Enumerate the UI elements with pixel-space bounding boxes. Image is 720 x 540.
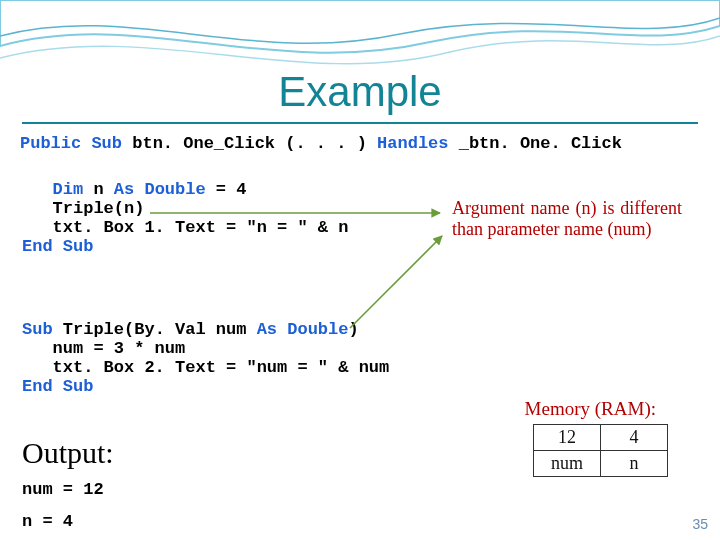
memory-cell-name: num (534, 451, 601, 477)
svg-line-1 (350, 236, 442, 328)
output-line: n = 4 (22, 512, 73, 531)
callout-text: Argument name (n) is different than para… (452, 198, 682, 240)
memory-table: 12 4 num n (533, 424, 668, 477)
output-line: num = 12 (22, 480, 104, 499)
memory-cell-value: 4 (601, 425, 668, 451)
output-heading: Output: (22, 436, 114, 470)
memory-cell-value: 12 (534, 425, 601, 451)
slide-number: 35 (692, 516, 708, 532)
memory-cell-name: n (601, 451, 668, 477)
memory-label: Memory (RAM): (525, 398, 656, 420)
